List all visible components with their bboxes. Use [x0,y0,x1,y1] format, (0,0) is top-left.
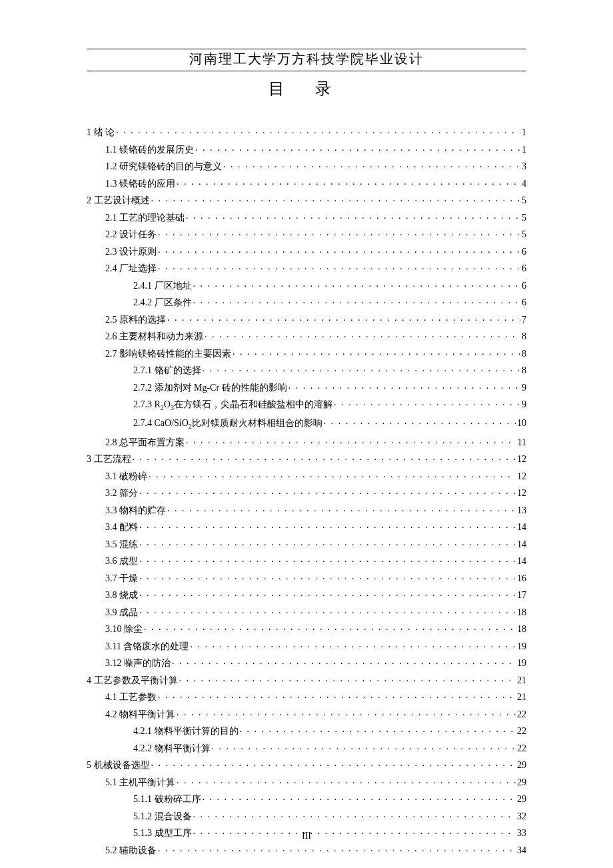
toc-entry: 3.4 配料14 [87,521,526,532]
toc-leader-dots [138,487,516,496]
toc-label: 5.1 主机平衡计算 [105,778,175,787]
toc-label: 5.1.1 破粉碎工序 [133,795,201,804]
toc-label: 5 机械设备选型 [87,761,150,770]
toc-label: 1.3 镁铬砖的应用 [105,179,175,189]
toc-entry: 4.2.1 物料平衡计算的目的22 [87,725,526,736]
toc-label: 1.2 研究镁铬砖的目的与意义 [105,162,222,171]
toc-entry: 3.12 噪声的防治19 [87,657,526,668]
toc-leader-dots [157,228,520,237]
toc-page-number: 21 [516,676,526,685]
toc-label: 2.8 总平面布置方案 [105,438,185,447]
toc-page-number: 8 [520,349,526,359]
toc-page-number: 19 [516,659,526,668]
toc-page-number: 8 [520,332,526,341]
toc-page-number: 21 [516,693,526,702]
toc-leader-dots [175,177,520,187]
toc-label: 3.4 配料 [105,523,138,532]
toc-entry: 5.1 主机平衡计算29 [87,776,526,787]
toc-entry: 2.2 设计任务5 [87,228,526,239]
toc-entry: 2.7 影响镁铬砖性能的主要因素8 [87,347,526,359]
toc-leader-dots [201,793,516,802]
toc-leader-dots [211,742,516,751]
toc-label: 2.4.2 厂区条件 [133,298,192,307]
toc-page-number: 5 [520,196,526,205]
toc-leader-dots [222,160,520,169]
toc-page-number: 1 [520,145,526,155]
toc-label: 3.8 烧成 [105,591,138,600]
toc-leader-dots [138,538,516,547]
page-header-rule-top [87,47,526,49]
toc-leader-dots [332,398,520,407]
toc-entry: 3.10 除尘18 [87,623,526,634]
toc-entry: 2.4.1 厂区地址6 [87,279,526,291]
toc-leader-dots [192,810,516,819]
toc-label: 2.4.1 厂区地址 [133,281,192,291]
toc-label: 3.7 干燥 [105,574,138,583]
toc-entry: 3.3 物料的贮存13 [87,504,526,515]
toc-entry: 3.9 成品18 [87,606,526,617]
toc-entry: 5.1.2 混合设备32 [87,810,526,821]
toc-page-number: 14 [516,557,526,566]
toc-entry: 2.6 主要材料和动力来源8 [87,330,526,341]
toc-page-number: 6 [520,264,526,273]
toc-leader-dots [192,296,521,305]
toc-entry: 2.4 厂址选择6 [87,262,526,273]
toc-leader-dots [138,606,516,615]
toc-page-number: 16 [516,574,526,583]
toc-page-number: 6 [520,298,526,307]
toc-entry: 5.2 辅助设备34 [87,844,526,855]
toc-entry: 3.7 干燥16 [87,572,526,583]
toc-label: 1.1 镁铬砖的发展历史 [105,145,194,155]
toc-page-number: 4 [520,179,526,189]
toc-entry: 1.2 研究镁铬砖的目的与意义3 [87,160,526,171]
toc-leader-dots [185,436,516,445]
toc-leader-dots [239,725,516,734]
toc-leader-dots [166,504,516,513]
toc-entry: 3.11 含铬废水的处理19 [87,640,526,651]
toc-label: 4.1 工艺参数 [105,693,157,702]
toc-entry: 3.1 破粉碎12 [87,470,526,481]
toc-leader-dots [131,453,516,462]
toc-label: 3.3 物料的贮存 [105,506,166,515]
toc-leader-dots [166,313,520,323]
toc-leader-dots [185,211,520,221]
toc-label: 2.6 主要材料和动力来源 [105,332,203,341]
toc-label: 5.2 辅助设备 [105,846,157,855]
toc-entry: 2.7.3 R2O3在方镁石，尖晶石和硅酸盐相中的溶解9 [87,398,526,411]
toc-label: 2.1 工艺的理论基础 [105,213,185,223]
toc-leader-dots [192,279,521,289]
toc-title: 目 录 [87,78,526,99]
toc-leader-dots [203,330,520,339]
toc-label: 2 工艺设计概述 [87,196,150,205]
toc-entry: 2.7.4 CaO/SiO2比对镁质耐火材料相组合的影响10 [87,417,526,430]
toc-page-number: 32 [516,812,526,821]
toc-label: 2.7.3 R2O3在方镁石，尖晶石和硅酸盐相中的溶解 [133,400,332,411]
toc-entry: 1.3 镁铬砖的应用4 [87,177,526,189]
toc-entry: 2.1 工艺的理论基础5 [87,211,526,223]
toc-label: 2.7.2 添加剂对 Mg-Cr 砖的性能的影响 [133,383,287,393]
toc-label: 3 工艺流程 [87,455,131,464]
toc-label: 2.7.1 铬矿的选择 [133,366,201,375]
toc-entry: 3.2 筛分12 [87,487,526,498]
toc-entry: 4.2.2 物料平衡计算22 [87,742,526,753]
toc-label: 2.2 设计任务 [105,230,157,239]
toc-label: 2.4 厂址选择 [105,264,157,273]
toc-entry: 5.1.1 破粉碎工序29 [87,793,526,804]
toc-page-number: 10 [516,419,526,428]
toc-label: 2.5 原料的选择 [105,315,166,325]
page-number: III [0,831,613,841]
toc-page-number: 6 [520,247,526,257]
toc-label: 1 绪 论 [87,128,115,137]
toc-entry: 2.7.1 铬矿的选择8 [87,364,526,375]
toc-page-number: 22 [516,744,526,753]
toc-leader-dots [138,572,516,581]
toc-leader-dots [138,521,516,530]
toc-label: 4.2 物料平衡计算 [105,710,175,719]
toc-page-number: 12 [516,472,526,481]
toc-leader-dots [115,126,520,135]
toc-label: 4 工艺参数及平衡计算 [87,676,178,685]
toc-leader-dots [150,759,516,768]
toc-page-number: 22 [516,710,526,719]
toc-leader-dots [157,262,520,271]
toc-page-number: 11 [516,438,526,447]
